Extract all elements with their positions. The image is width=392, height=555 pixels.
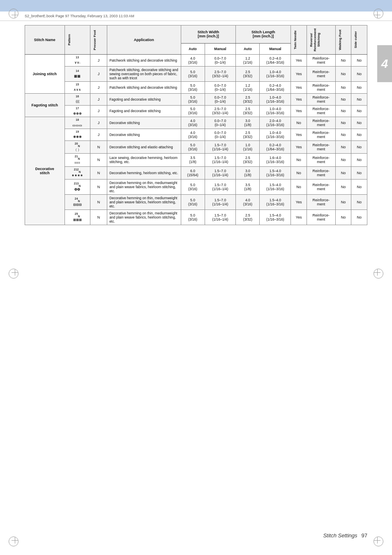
reverse-213: Reinforce-ment xyxy=(307,179,335,194)
pattern-17: 17 ⊕⊕⊕ xyxy=(65,105,90,117)
side-19: No xyxy=(351,129,367,141)
side-18: No xyxy=(351,117,367,129)
pattern-20: 20N 〈 〉 xyxy=(65,141,90,154)
twin-14: Yes xyxy=(291,66,307,81)
presser-foot-213: N xyxy=(90,179,107,194)
app-213: Decorative hemming on thin, mediumweight… xyxy=(107,179,181,194)
sl-auto-16: 2.5(3/32) xyxy=(236,93,260,105)
twin-24: Yes xyxy=(291,194,307,210)
sl-manual-213: 1.5–4.0(1/16–3/16) xyxy=(260,179,291,194)
sl-manual-17: 1.0–4.0(1/16–3/16) xyxy=(260,105,291,117)
walk-13: No xyxy=(335,55,351,67)
walk-20: No xyxy=(335,141,351,154)
walk-21: No xyxy=(335,154,351,166)
app-15: Patchwork stitching and decorative stitc… xyxy=(107,81,181,93)
sw-auto-20: 5.0(3/16) xyxy=(181,141,205,154)
sl-manual-25: 1.5–4.0(1/16–3/16) xyxy=(260,210,291,225)
reverse-17: Reinforce-ment xyxy=(307,105,335,117)
side-14: No xyxy=(351,66,367,81)
sl-manual-21: 1.6–4.0(1/16–3/16) xyxy=(260,154,291,166)
pattern-15: 15 ∧∨∧ xyxy=(65,81,90,93)
table-row: Fagoting stitch 16 ⟨⟨⟨ J Fagoting and de… xyxy=(25,93,367,105)
sw-manual-header: Manual xyxy=(205,43,236,54)
table-row: 17 ⊕⊕⊕ J Fagoting and decorative stitchi… xyxy=(25,105,367,117)
reverse-header: Reverse/ReinforcementStitching xyxy=(309,27,321,53)
app-212: Decorative hemming, heirloom stitching, … xyxy=(107,166,181,179)
col-stitch-length: Stitch Length[mm (inch.)] xyxy=(236,25,291,44)
crosshair-mid-r xyxy=(374,269,380,276)
app-25: Decorative hemming on thin, mediumweight… xyxy=(107,210,181,225)
sl-auto-14: 2.5(3/32) xyxy=(236,66,260,81)
content-area: Stitch Name Pattern Presser Foot Applica… xyxy=(0,21,392,233)
reverse-212: Reinforce-ment xyxy=(307,166,335,179)
page-footer: Stitch Settings 97 xyxy=(0,532,392,539)
joining-stitch-category: Joining stitch xyxy=(25,55,65,94)
sw-manual-16: 0.0–7.0(0–1/4) xyxy=(205,93,236,105)
sw-manual-14: 2.5–7.0(3/32–1/4) xyxy=(205,66,236,81)
app-24: Decorative hemming on thin, mediumweight… xyxy=(107,194,181,210)
walk-212: No xyxy=(335,166,351,179)
sw-manual-20: 1.5–7.0(1/16–1/4) xyxy=(205,141,236,154)
top-bar xyxy=(0,0,392,12)
pattern-16: 16 ⟨⟨⟨ xyxy=(65,93,90,105)
sl-auto-20: 1.0(1/16) xyxy=(236,141,260,154)
sl-manual-header: Manual xyxy=(260,43,291,54)
sl-auto-18: 3.0(1/8) xyxy=(236,117,260,129)
pattern-24: 24N ⊟⊟⊟ xyxy=(65,194,90,210)
app-18: Decorative stitching xyxy=(107,117,181,129)
side-cutter-header: Side cutter xyxy=(353,30,358,50)
pattern-25: 25N ⊠⊠⊠ xyxy=(65,210,90,225)
twin-needle-header: Twin Needle xyxy=(293,29,298,51)
presser-foot-15: J xyxy=(90,81,107,93)
side-25: No xyxy=(351,210,367,225)
sw-auto-25: 5.0(3/16) xyxy=(181,210,205,225)
sl-manual-14: 1.0–4.0(1/16–3/16) xyxy=(260,66,291,81)
sl-manual-212: 1.5–4.0(1/16–3/16) xyxy=(260,166,291,179)
app-16: Fagoting and decorative stitching xyxy=(107,93,181,105)
reverse-16: Reinforce-ment xyxy=(307,93,335,105)
presser-foot-17: J xyxy=(90,105,107,117)
walk-18: No xyxy=(335,117,351,129)
reverse-24: Reinforce-ment xyxy=(307,194,335,210)
side-24: No xyxy=(351,194,367,210)
sl-auto-24: 4.0(3/16) xyxy=(236,194,260,210)
sw-auto-16: 5.0(3/16) xyxy=(181,93,205,105)
side-213: No xyxy=(351,179,367,194)
sw-auto-21: 3.5(1/8) xyxy=(181,154,205,166)
table-row: 20N 〈 〉 N Decorative stitching and elast… xyxy=(25,141,367,154)
presser-foot-20: N xyxy=(90,141,107,154)
sw-manual-13: 0.0–7.0(0–1/4) xyxy=(205,55,236,67)
twin-212: No xyxy=(291,166,307,179)
table-row: 24N ⊟⊟⊟ N Decorative hemming on thin, me… xyxy=(25,194,367,210)
walking-foot-header: Walking Foot xyxy=(337,28,343,52)
reverse-25: Reinforce-ment xyxy=(307,210,335,225)
sl-auto-17: 2.5(3/32) xyxy=(236,105,260,117)
presser-foot-25: N xyxy=(90,210,107,225)
side-17: No xyxy=(351,105,367,117)
sw-manual-25: 1.5–7.0(1/16–1/4) xyxy=(205,210,236,225)
walk-17: No xyxy=(335,105,351,117)
walk-15: No xyxy=(335,81,351,93)
pattern-13: 13 ∨∨- xyxy=(65,55,90,67)
reverse-19: Reinforce-ment xyxy=(307,129,335,141)
reverse-20: Reinforce-ment xyxy=(307,141,335,154)
reverse-13: Reinforce-ment xyxy=(307,55,335,67)
side-21: No xyxy=(351,154,367,166)
presser-foot-18: J xyxy=(90,117,107,129)
twin-25: Yes xyxy=(291,210,307,225)
twin-19: Yes xyxy=(291,129,307,141)
sw-manual-17: 2.5–7.0(3/32–1/4) xyxy=(205,105,236,117)
footer-text: Stitch Settings xyxy=(323,532,357,539)
sl-manual-16: 1.0–4.0(1/16–3/16) xyxy=(260,93,291,105)
table-row: 19 ❋❋❋ J Decorative stitching 4.0(3/16) … xyxy=(25,129,367,141)
sw-auto-19: 4.0(3/16) xyxy=(181,129,205,141)
sw-manual-21: 1.5–7.0(1/16–1/4) xyxy=(205,154,236,166)
sl-manual-15: 0.2–4.0(1/64–3/16) xyxy=(260,81,291,93)
reverse-18: Reinforce-ment xyxy=(307,117,335,129)
sw-auto-18: 4.0(3/16) xyxy=(181,117,205,129)
walk-16: No xyxy=(335,93,351,105)
sl-auto-15: 1.2(1/16) xyxy=(236,81,260,93)
sl-manual-18: 2.0–4.0(1/16–3/16) xyxy=(260,117,291,129)
presser-foot-212: N xyxy=(90,166,107,179)
app-21: Lace sewing, decorative hemming, heirloo… xyxy=(107,154,181,166)
